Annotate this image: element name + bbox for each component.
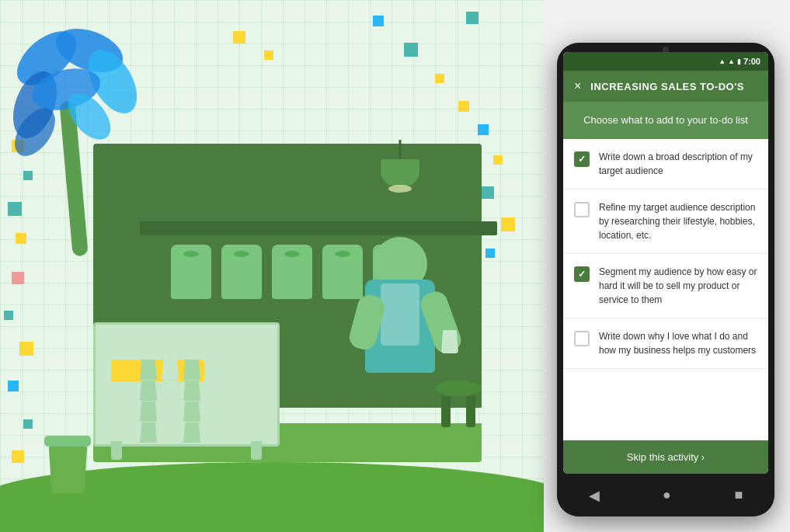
checklist-item-text-1: Write down a broad description of my tar… (599, 150, 757, 178)
counter-leg (251, 441, 262, 460)
phone-nav-bar: ◀ ● ■ (557, 474, 774, 516)
coffee-cup (47, 435, 89, 493)
scatter-square (19, 342, 33, 356)
checklist-item-text-4: Write down why I love what I do and how … (599, 329, 757, 357)
phone-device: ▲ ▲ ▮ 7:00 × INCREASING SALES TO-DO'S Ch… (557, 43, 774, 516)
counter-leg (111, 441, 122, 460)
cup-column (183, 360, 200, 443)
scatter-square (4, 311, 13, 320)
coffee-cup-lid (44, 436, 91, 447)
scatter-square (501, 217, 515, 231)
character-apron (381, 283, 419, 346)
cups-area (140, 342, 218, 443)
app-title: INCREASING SALES TO-DO'S (590, 81, 744, 92)
shelf (140, 221, 497, 235)
wifi-icon: ▲ (719, 57, 726, 65)
scatter-square (404, 43, 418, 57)
store-scene (62, 113, 497, 485)
scatter-square (12, 450, 24, 463)
scatter-square (264, 50, 273, 60)
subtitle-text: Choose what to add to your to-do list (583, 114, 748, 126)
checklist-item-text-3: Segment my audience by how easy or hard … (599, 265, 757, 307)
lamp-cord (399, 140, 402, 162)
lamp-light (388, 185, 412, 193)
checklist-item-text-2: Refine my target audience description by… (599, 200, 757, 242)
hanging-lamp (381, 159, 419, 190)
checkbox-3[interactable] (574, 266, 590, 282)
product-bag (221, 245, 262, 299)
stool-leg (441, 396, 451, 427)
app-subtitle: Choose what to add to your to-do list (563, 102, 768, 139)
checklist-item-4[interactable]: Write down why I love what I do and how … (563, 318, 768, 369)
checkbox-2[interactable] (574, 202, 590, 217)
scatter-square (458, 101, 469, 112)
scatter-square (8, 202, 22, 216)
battery-icon: ▮ (737, 57, 741, 65)
nav-back-button[interactable]: ◀ (589, 487, 600, 504)
app-header: × INCREASING SALES TO-DO'S (563, 71, 768, 102)
stool-leg (466, 396, 475, 427)
cup-column (140, 360, 157, 443)
checklist-item-3[interactable]: Segment my audience by how easy or hard … (563, 254, 768, 318)
status-bar: ▲ ▲ ▮ 7:00 (563, 52, 768, 71)
scatter-square (8, 381, 19, 391)
product-bag (272, 245, 312, 299)
stool-top (435, 381, 482, 396)
character-cup (441, 330, 458, 353)
illustration-background (0, 0, 544, 532)
coffee-cup-body (47, 447, 89, 493)
scatter-square (23, 419, 33, 429)
skip-activity-button[interactable]: Skip this activity › (563, 440, 768, 474)
product-bag (171, 245, 211, 299)
status-time: 7:00 (743, 57, 760, 66)
nav-recent-button[interactable]: ■ (734, 487, 743, 503)
scatter-square (233, 31, 245, 43)
lamp-shade (381, 159, 419, 186)
signal-icon: ▲ (728, 57, 735, 65)
nav-home-button[interactable]: ● (663, 487, 671, 503)
stool (435, 381, 482, 427)
status-icons: ▲ ▲ ▮ 7:00 (719, 57, 760, 66)
close-button[interactable]: × (574, 80, 581, 92)
checkbox-4[interactable] (574, 331, 590, 346)
scatter-square (12, 272, 24, 284)
checklist: Write down a broad description of my tar… (563, 139, 768, 441)
cup-column (162, 339, 179, 443)
scatter-square (466, 12, 479, 24)
scatter-square (373, 16, 384, 26)
scatter-square (435, 74, 444, 83)
phone-screen: ▲ ▲ ▮ 7:00 × INCREASING SALES TO-DO'S Ch… (563, 52, 768, 474)
checkbox-1[interactable] (574, 151, 590, 167)
checklist-item-2[interactable]: Refine my target audience description by… (563, 190, 768, 254)
checklist-item-1[interactable]: Write down a broad description of my tar… (563, 139, 768, 190)
